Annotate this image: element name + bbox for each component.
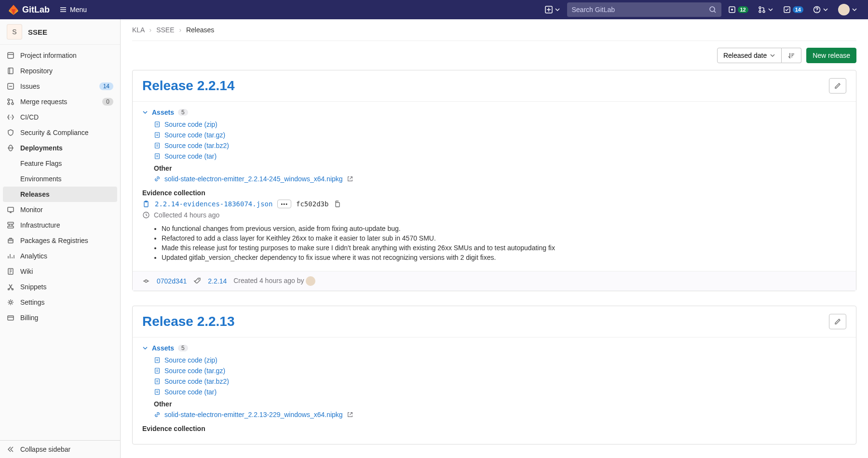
nav-issues[interactable]: 12 bbox=[725, 4, 751, 15]
asset-link[interactable]: Source code (zip) bbox=[154, 355, 846, 365]
asset-link-external[interactable]: solid-state-electron-emitter_2.2.14-245_… bbox=[154, 174, 846, 184]
todo-icon bbox=[783, 6, 791, 13]
asset-link-text[interactable]: Source code (zip) bbox=[164, 356, 217, 364]
asset-link[interactable]: Source code (zip) bbox=[154, 119, 846, 130]
release-note-item: No functional changes from previous vers… bbox=[162, 224, 846, 233]
sidebar-item-project-information[interactable]: Project information bbox=[0, 48, 120, 63]
document-icon bbox=[154, 153, 161, 160]
asset-link-text[interactable]: Source code (tar) bbox=[164, 388, 217, 396]
copy-icon[interactable] bbox=[333, 200, 341, 208]
sidebar-item-packages-registries[interactable]: Packages & Registries bbox=[0, 233, 120, 248]
asset-link-text[interactable]: Source code (tar.gz) bbox=[164, 131, 225, 139]
releases-list: Release 2.2.14 Assets 5 Source code (zip… bbox=[132, 70, 856, 458]
sort-dropdown[interactable]: Released date bbox=[717, 48, 782, 63]
tag-link[interactable]: 2.2.14 bbox=[208, 277, 227, 285]
asset-link-text[interactable]: Source code (tar.bz2) bbox=[164, 142, 229, 149]
nav-help[interactable] bbox=[810, 4, 831, 15]
sha-expand-button[interactable]: ••• bbox=[277, 200, 291, 208]
sidebar-item-label: Deployments bbox=[20, 144, 113, 152]
svg-rect-11 bbox=[8, 68, 13, 74]
svg-rect-36 bbox=[155, 368, 160, 374]
svg-point-22 bbox=[12, 289, 14, 290]
evidence-header: Evidence collection bbox=[142, 189, 846, 197]
sidebar-subitem-feature-flags[interactable]: Feature Flags bbox=[0, 156, 120, 171]
sidebar-item-security-compliance[interactable]: Security & Compliance bbox=[0, 125, 120, 140]
document-icon bbox=[154, 378, 161, 385]
document-icon bbox=[154, 367, 161, 374]
user-menu[interactable] bbox=[835, 2, 860, 17]
svg-rect-17 bbox=[8, 222, 14, 224]
search-box[interactable] bbox=[567, 2, 721, 17]
search-input[interactable] bbox=[572, 6, 709, 13]
edit-release-button[interactable] bbox=[829, 78, 846, 94]
menu-label: Menu bbox=[70, 6, 87, 13]
sidebar-item-infrastructure[interactable]: Infrastructure bbox=[0, 217, 120, 233]
collected-text: Collected 4 hours ago bbox=[154, 211, 219, 219]
evidence-file-link[interactable]: 2.2.14-evidences-1836074.json bbox=[155, 200, 272, 208]
asset-link[interactable]: Source code (tar.gz) bbox=[154, 365, 846, 376]
breadcrumb-separator: › bbox=[149, 26, 152, 34]
issues-icon bbox=[728, 6, 736, 13]
cicd-icon bbox=[7, 113, 14, 121]
chevron-down-icon bbox=[852, 7, 857, 13]
collapse-sidebar[interactable]: Collapse sidebar bbox=[0, 440, 120, 458]
asset-link-text[interactable]: Source code (tar.bz2) bbox=[164, 377, 229, 385]
sidebar-item-snippets[interactable]: Snippets bbox=[0, 279, 120, 295]
sidebar-item-label: Feature Flags bbox=[20, 160, 113, 167]
author-avatar[interactable] bbox=[306, 276, 315, 286]
sidebar-item-wiki[interactable]: Wiki bbox=[0, 264, 120, 279]
asset-link-text[interactable]: solid-state-electron-emitter_2.2.13-229_… bbox=[164, 411, 343, 418]
release-note-item: Refactored to add a class layer for Keit… bbox=[162, 233, 846, 243]
asset-link-text[interactable]: Source code (tar.gz) bbox=[164, 367, 225, 375]
gitlab-logo[interactable]: GitLab bbox=[8, 4, 50, 15]
assets-toggle[interactable]: Assets 5 bbox=[142, 344, 846, 352]
sidebar-subitem-environments[interactable]: Environments bbox=[0, 171, 120, 187]
breadcrumb-link[interactable]: KLA bbox=[132, 26, 145, 34]
asset-link[interactable]: Source code (tar) bbox=[154, 151, 846, 162]
evidence-sha: fc502d3b bbox=[296, 200, 328, 208]
svg-point-5 bbox=[759, 11, 761, 13]
asset-link[interactable]: Source code (tar.gz) bbox=[154, 130, 846, 140]
snippets-icon bbox=[7, 283, 14, 291]
sidebar-item-label: Billing bbox=[20, 314, 113, 322]
sidebar-item-repository[interactable]: Repository bbox=[0, 63, 120, 79]
nav-merge-requests[interactable] bbox=[755, 4, 776, 15]
menu-toggle[interactable]: Menu bbox=[59, 6, 87, 13]
infra-icon bbox=[7, 221, 14, 229]
breadcrumb-link[interactable]: SSEE bbox=[156, 26, 174, 34]
svg-point-6 bbox=[763, 11, 765, 13]
sidebar-item-deployments[interactable]: Deployments bbox=[0, 140, 120, 156]
breadcrumb-current: Releases bbox=[186, 26, 214, 34]
sidebar-item-merge-requests[interactable]: Merge requests0 bbox=[0, 94, 120, 109]
asset-link-external[interactable]: solid-state-electron-emitter_2.2.13-229_… bbox=[154, 409, 846, 420]
assets-count: 5 bbox=[178, 109, 188, 116]
sidebar-project-header[interactable]: S SSEE bbox=[0, 19, 120, 45]
sidebar-subitem-releases[interactable]: Releases bbox=[3, 187, 117, 202]
release-title[interactable]: Release 2.2.13 bbox=[142, 314, 235, 329]
asset-link-text[interactable]: solid-state-electron-emitter_2.2.14-245_… bbox=[164, 175, 343, 183]
assets-toggle[interactable]: Assets 5 bbox=[142, 108, 846, 116]
top-navbar: GitLab Menu 12 14 bbox=[0, 0, 868, 19]
new-release-button[interactable]: New release bbox=[806, 48, 856, 63]
sidebar-item-issues[interactable]: Issues14 bbox=[0, 79, 120, 94]
edit-release-button[interactable] bbox=[829, 314, 846, 329]
sidebar-item-monitor[interactable]: Monitor bbox=[0, 202, 120, 217]
assets-count: 5 bbox=[178, 345, 188, 351]
asset-link[interactable]: Source code (tar.bz2) bbox=[154, 376, 846, 387]
nav-todos[interactable]: 14 bbox=[780, 4, 806, 15]
sidebar-item-settings[interactable]: Settings bbox=[0, 295, 120, 310]
asset-link[interactable]: Source code (tar) bbox=[154, 387, 846, 397]
sort-direction-button[interactable] bbox=[782, 48, 801, 63]
sidebar-item-analytics[interactable]: Analytics bbox=[0, 248, 120, 264]
new-dropdown[interactable] bbox=[542, 4, 563, 15]
release-title[interactable]: Release 2.2.14 bbox=[142, 78, 235, 94]
release-card: Release 2.2.14 Assets 5 Source code (zip… bbox=[132, 70, 856, 291]
svg-rect-27 bbox=[155, 143, 160, 148]
commit-link[interactable]: 0702d341 bbox=[157, 277, 187, 285]
content-area: KLA › SSEE › Releases Released date New … bbox=[121, 19, 868, 458]
sidebar-item-ci-cd[interactable]: CI/CD bbox=[0, 109, 120, 125]
asset-link-text[interactable]: Source code (zip) bbox=[164, 121, 217, 128]
sidebar-item-billing[interactable]: Billing bbox=[0, 310, 120, 325]
asset-link[interactable]: Source code (tar.bz2) bbox=[154, 140, 846, 151]
asset-link-text[interactable]: Source code (tar) bbox=[164, 152, 217, 160]
